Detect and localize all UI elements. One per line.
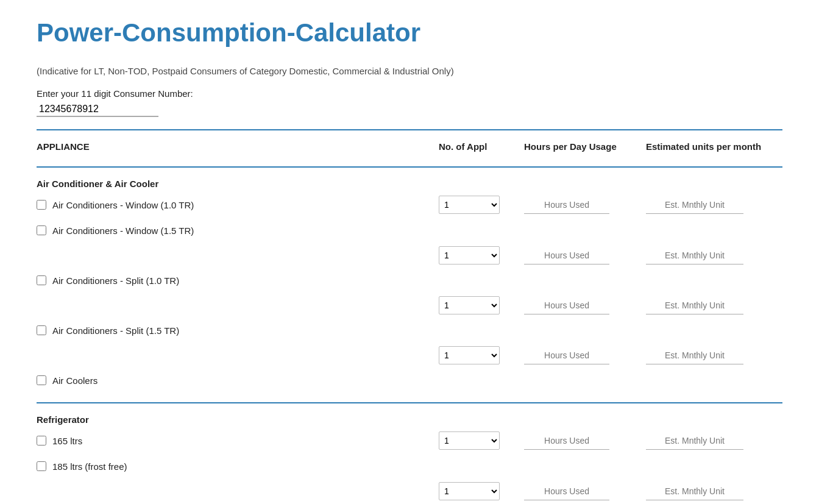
appliance-row-ac-split-10: Air Conditioners - Split (1.0 TR) [37, 269, 782, 291]
air-cooler-label: Air Coolers [37, 375, 439, 386]
table-header-row: APPLIANCE No. of Appl Hours per Day Usag… [37, 137, 782, 155]
ac-window-10-label: Air Conditioners - Window (1.0 TR) [37, 200, 439, 210]
header-estimated: Estimated units per month [646, 141, 768, 152]
sub-ac-split-10-est[interactable] [646, 296, 743, 314]
ac-split-15-label: Air Conditioners - Split (1.5 TR) [37, 325, 439, 336]
consumer-number-section: Enter your 11 digit Consumer Number: [37, 88, 782, 117]
ac-window-15-checkbox[interactable] [37, 225, 46, 235]
sub-ac-split-10-qty[interactable]: 123 [439, 296, 500, 314]
fridge-165-qty[interactable]: 123 [439, 431, 500, 450]
sub-row-ac-window-15: 123 [37, 245, 782, 266]
fridge-165-label: 165 ltrs [37, 436, 439, 446]
appliance-row-ac-window-15: Air Conditioners - Window (1.5 TR) [37, 219, 782, 241]
header-no-of-appl: No. of Appl [439, 141, 524, 152]
sub-ac-window-15-est[interactable] [646, 246, 743, 264]
fridge-165-checkbox[interactable] [37, 436, 46, 445]
sub-row-ac-split-10: 123 [37, 295, 782, 316]
appliance-row-fridge-165: 165 ltrs 123 [37, 430, 782, 452]
subtitle-text: (Indicative for LT, Non-TOD, Postpaid Co… [37, 66, 782, 76]
ac-window-10-checkbox[interactable] [37, 200, 46, 210]
fridge-185-label: 185 ltrs (frost free) [37, 461, 439, 472]
page-title: Power-Consumption-Calculator [37, 18, 782, 48]
appliance-row-fridge-185: 185 ltrs (frost free) [37, 455, 782, 477]
ac-window-10-hours[interactable] [524, 196, 609, 214]
consumer-label: Enter your 11 digit Consumer Number: [37, 88, 782, 99]
sub-ac-split-15-qty[interactable]: 123 [439, 346, 500, 364]
fridge-165-est[interactable] [646, 431, 743, 450]
header-appliance: APPLIANCE [37, 141, 439, 152]
sub-fridge-185-hours[interactable] [524, 482, 609, 500]
appliance-row-ac-split-15: Air Conditioners - Split (1.5 TR) [37, 319, 782, 341]
fridge-165-hours[interactable] [524, 431, 609, 450]
sub-ac-window-15-qty[interactable]: 123 [439, 246, 500, 264]
sub-row-ac-split-15: 123 [37, 345, 782, 366]
sub-row-fridge-185: 123 [37, 481, 782, 502]
ac-window-10-est[interactable] [646, 196, 743, 214]
fridge-185-checkbox[interactable] [37, 461, 46, 471]
air-cooler-checkbox[interactable] [37, 375, 46, 385]
appliance-row-air-cooler: Air Coolers [37, 369, 782, 391]
ac-split-15-checkbox[interactable] [37, 325, 46, 335]
sub-ac-window-15-hours[interactable] [524, 246, 609, 264]
sub-ac-split-15-est[interactable] [646, 346, 743, 364]
ac-window-15-label: Air Conditioners - Window (1.5 TR) [37, 225, 439, 236]
sub-ac-split-15-hours[interactable] [524, 346, 609, 364]
consumer-number-input[interactable] [37, 102, 158, 117]
appliance-row-ac-window-10: Air Conditioners - Window (1.0 TR) 12345 [37, 194, 782, 216]
ac-split-10-label: Air Conditioners - Split (1.0 TR) [37, 275, 439, 286]
header-hours-per-day: Hours per Day Usage [524, 141, 646, 152]
sub-fridge-185-est[interactable] [646, 482, 743, 500]
ac-section-divider [37, 402, 782, 403]
ac-split-10-checkbox[interactable] [37, 275, 46, 285]
ac-window-10-qty[interactable]: 12345 [439, 196, 500, 214]
sub-ac-split-10-hours[interactable] [524, 296, 609, 314]
section-title-refrigerator: Refrigerator [37, 414, 782, 425]
header-divider [37, 166, 782, 168]
top-divider [37, 129, 782, 130]
section-title-ac: Air Conditioner & Air Cooler [37, 179, 782, 189]
sub-fridge-185-qty[interactable]: 123 [439, 482, 500, 500]
